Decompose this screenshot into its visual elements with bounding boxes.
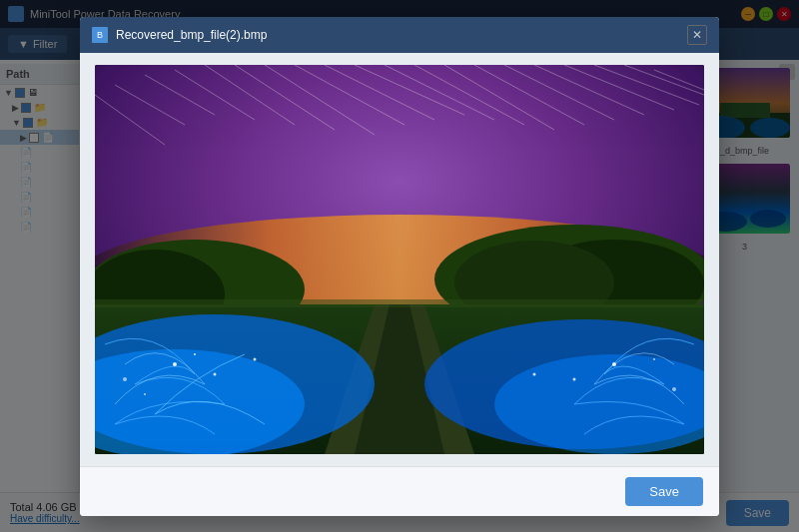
svg-point-50 — [653, 358, 655, 360]
landscape-image — [95, 65, 704, 454]
svg-point-43 — [254, 357, 257, 360]
svg-rect-53 — [95, 299, 704, 307]
modal-overlay[interactable]: B Recovered_bmp_file(2).bmp ✕ — [0, 0, 799, 532]
svg-point-49 — [573, 377, 576, 380]
svg-point-48 — [612, 362, 616, 366]
modal-body — [80, 53, 719, 466]
svg-point-44 — [123, 377, 127, 381]
file-type-icon: B — [92, 27, 108, 43]
modal-save-button[interactable]: Save — [625, 477, 703, 506]
image-preview-container — [95, 65, 704, 454]
svg-point-41 — [214, 372, 217, 375]
modal-titlebar: B Recovered_bmp_file(2).bmp ✕ — [80, 17, 719, 53]
svg-point-51 — [533, 372, 536, 375]
preview-modal: B Recovered_bmp_file(2).bmp ✕ — [80, 17, 719, 516]
svg-point-45 — [194, 353, 196, 355]
svg-point-42 — [144, 393, 146, 395]
svg-point-40 — [173, 362, 177, 366]
modal-title: B Recovered_bmp_file(2).bmp — [92, 27, 267, 43]
modal-footer: Save — [80, 466, 719, 516]
svg-point-52 — [672, 387, 676, 391]
modal-close-button[interactable]: ✕ — [687, 25, 707, 45]
